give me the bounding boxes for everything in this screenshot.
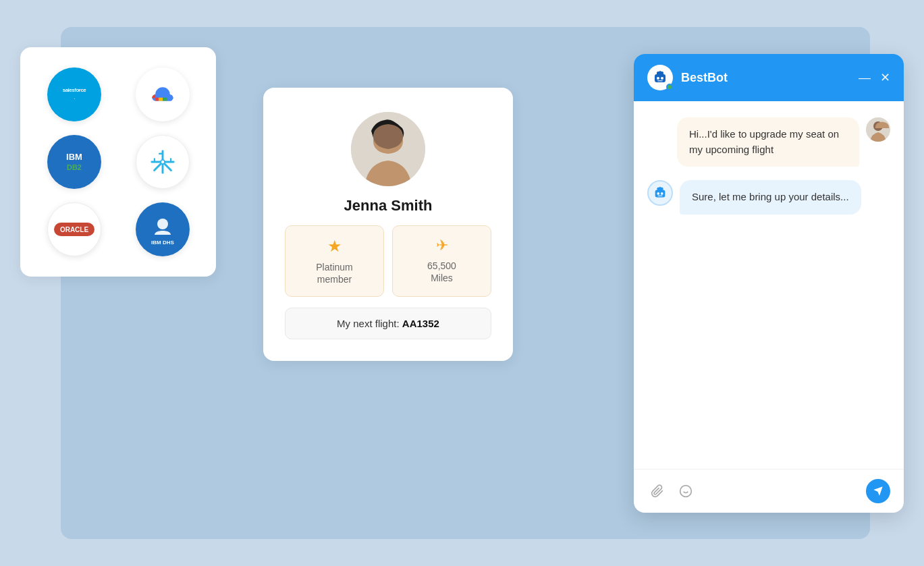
platinum-label: Platinummember (316, 261, 352, 285)
svg-rect-36 (657, 196, 662, 196)
svg-text:salesforce: salesforce (62, 87, 86, 93)
svg-point-19 (157, 219, 168, 229)
chat-footer (634, 469, 904, 513)
salesforce-logo: salesforce · (47, 67, 101, 121)
svg-rect-12 (153, 158, 155, 162)
bot-message-text: Sure, let me bring up your details... (692, 191, 849, 202)
ibm-dhs-logo: IBM DHS (136, 202, 190, 256)
oracle-logo: ORACLE (47, 202, 101, 256)
bot-avatar-msg (647, 180, 673, 206)
svg-point-26 (657, 77, 659, 80)
bot-online-indicator (666, 84, 673, 90)
svg-rect-33 (659, 187, 661, 189)
bot-avatar-header (647, 65, 673, 90)
stat-platinum: ★ Platinummember (285, 225, 384, 297)
stat-miles: ✈ 65,500Miles (392, 225, 491, 297)
user-message-bubble: Hi...I'd like to upgrade my seat on my u… (677, 117, 859, 167)
user-avatar (351, 112, 425, 186)
svg-rect-28 (657, 80, 663, 82)
svg-text:DB2: DB2 (66, 163, 81, 171)
svg-rect-11 (159, 153, 163, 154)
svg-text:ORACLE: ORACLE (59, 226, 88, 233)
main-container: salesforce · IBM DB2 (0, 0, 924, 566)
chat-title: BestBot (681, 71, 850, 85)
svg-text:IBM: IBM (66, 152, 82, 162)
profile-name: Jenna Smith (344, 197, 433, 215)
flight-number: AA1352 (402, 318, 439, 329)
svg-point-34 (657, 192, 659, 195)
logos-card: salesforce · IBM DB2 (20, 47, 216, 277)
send-button[interactable] (866, 479, 890, 503)
emoji-button[interactable] (676, 481, 696, 501)
flight-prefix: My next flight: (337, 318, 400, 329)
attachment-button[interactable] (647, 481, 668, 501)
svg-rect-3 (54, 142, 94, 182)
bot-message-bubble: Sure, let me bring up your details... (680, 180, 861, 215)
svg-point-37 (680, 486, 692, 497)
svg-point-27 (661, 77, 663, 80)
flight-info: My next flight: AA1352 (285, 308, 491, 339)
miles-label: 65,500Miles (427, 260, 456, 284)
svg-text:IBM DHS: IBM DHS (151, 239, 174, 246)
svg-rect-25 (659, 71, 661, 73)
user-avatar-msg (866, 117, 890, 142)
star-icon: ★ (327, 237, 342, 256)
google-cloud-logo (136, 67, 190, 121)
svg-rect-13 (170, 158, 171, 162)
bot-message-row: Sure, let me bring up your details... (647, 180, 890, 215)
profile-card: Jenna Smith ★ Platinummember ✈ 65,500Mil… (263, 88, 513, 361)
chat-header-actions: — ✕ (859, 72, 890, 84)
chat-header: BestBot — ✕ (634, 54, 904, 101)
plane-icon: ✈ (436, 237, 448, 254)
user-message-text: Hi...I'd like to upgrade my seat on my u… (689, 128, 839, 155)
svg-point-35 (661, 192, 663, 195)
chat-widget: BestBot — ✕ Hi...I'd like to upgrade my … (634, 54, 904, 513)
stats-row: ★ Platinummember ✈ 65,500Miles (285, 225, 491, 297)
close-button[interactable]: ✕ (880, 72, 890, 84)
svg-point-15 (161, 161, 163, 163)
minimize-button[interactable]: — (859, 72, 871, 84)
chat-body: Hi...I'd like to upgrade my seat on my u… (634, 101, 904, 469)
ibm-db2-logo: IBM DB2 (47, 135, 101, 189)
svg-rect-0 (55, 81, 93, 108)
snowflake-logo (136, 135, 190, 189)
user-message-row: Hi...I'd like to upgrade my seat on my u… (647, 117, 890, 167)
